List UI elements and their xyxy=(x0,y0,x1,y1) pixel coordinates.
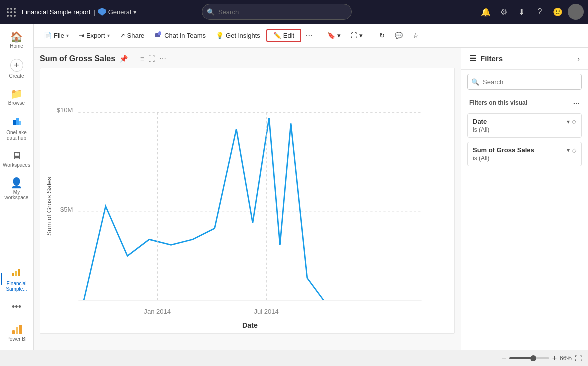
search-input[interactable] xyxy=(202,4,352,20)
search-bar-container: 🔍 xyxy=(202,4,352,20)
svg-rect-4 xyxy=(16,271,18,276)
filters-header: ☰ Filters › xyxy=(462,48,588,70)
zoom-plus-button[interactable]: + xyxy=(552,354,557,363)
edit-icon: ✏️ xyxy=(274,32,282,40)
workspace-name: General xyxy=(108,8,132,16)
main-area: 🏠 Home + Create 📁 Browse OneLake data hu… xyxy=(0,24,588,350)
zoom-slider-thumb[interactable] xyxy=(530,356,536,362)
file-icon: 📄 xyxy=(44,32,52,40)
search-topbar-icon: 🔍 xyxy=(207,8,215,16)
filter-gross-chevron[interactable]: ▾ xyxy=(567,147,570,154)
comment-icon: 💬 xyxy=(395,32,403,40)
filter-date-clear[interactable]: ◇ xyxy=(572,118,576,126)
powerbi-label: Power BI xyxy=(6,336,27,342)
edit-button[interactable]: ✏️ Edit xyxy=(266,29,302,42)
favorite-button[interactable]: ☆ xyxy=(409,30,423,42)
avatar[interactable] xyxy=(568,4,584,20)
zoom-value: 66% xyxy=(560,355,572,362)
filter-card-gross-sales: Sum of Gross Sales ▾ ◇ is (All) xyxy=(468,142,582,166)
filter-gross-actions: ▾ ◇ xyxy=(567,147,576,154)
workspace-badge[interactable]: General ▾ xyxy=(98,8,137,16)
filters-title-text: Filters xyxy=(480,54,503,63)
comment-button[interactable]: 💬 xyxy=(391,30,407,42)
filter-date-actions: ▾ ◇ xyxy=(567,118,576,126)
visual-more-icon[interactable]: ⋯ xyxy=(158,54,168,64)
filters-expand-button[interactable]: › xyxy=(578,55,580,63)
chart-panel: Sum of Gross Sales 📌 □ ≡ ⛶ ⋯ $10M $5M xyxy=(34,48,588,350)
sidebar-item-create[interactable]: + Create xyxy=(3,55,31,83)
visual-format-icon[interactable]: ≡ xyxy=(140,54,146,64)
file-button[interactable]: 📄 File ▾ xyxy=(40,30,73,42)
filters-search-input[interactable] xyxy=(468,74,582,90)
svg-rect-0 xyxy=(14,120,16,125)
insights-label: Get insights xyxy=(226,32,260,40)
refresh-button[interactable]: ↻ xyxy=(376,30,389,42)
visual-filter-icon[interactable]: ⛶ xyxy=(148,54,156,64)
toolbar-divider-1 xyxy=(319,30,320,42)
myworkspace-icon: 👤 xyxy=(10,178,23,188)
sidebar-item-workspaces[interactable]: 🖥 Workspaces xyxy=(3,147,31,172)
shield-icon xyxy=(98,8,106,16)
workspaces-icon: 🖥 xyxy=(12,151,22,161)
filter-date-chevron[interactable]: ▾ xyxy=(567,118,570,126)
filter-gross-clear[interactable]: ◇ xyxy=(572,147,576,154)
svg-rect-6 xyxy=(12,330,15,334)
home-icon: 🏠 xyxy=(10,32,23,42)
sidebar-more-button[interactable]: ••• xyxy=(8,298,26,316)
filters-title-group: ☰ Filters xyxy=(470,54,503,64)
share-button[interactable]: ↗ Share xyxy=(116,30,149,42)
view-chevron: ▾ xyxy=(360,32,363,40)
help-button[interactable]: ? xyxy=(532,4,548,20)
bookmark-icon: 🔖 xyxy=(328,32,336,40)
get-insights-button[interactable]: 💡 Get insights xyxy=(212,30,264,42)
filters-panel: ☰ Filters › 🔍 Filters on this visual ···… xyxy=(461,48,588,350)
export-icon: ⇥ xyxy=(79,32,84,40)
sidebar-item-home[interactable]: 🏠 Home xyxy=(3,28,31,53)
bottom-bar: − + 66% ⛶ xyxy=(0,350,588,366)
filters-section-more[interactable]: ··· xyxy=(574,100,580,108)
toolbar-more-button[interactable]: ··· xyxy=(304,28,315,43)
share-label: Share xyxy=(128,32,145,40)
visual-options-icon[interactable]: □ xyxy=(131,54,137,64)
export-button[interactable]: ⇥ Export ▾ xyxy=(75,30,114,42)
chat-in-teams-button[interactable]: Chat in Teams xyxy=(150,29,210,42)
refresh-icon: ↻ xyxy=(380,32,385,40)
svg-text:Jan 2014: Jan 2014 xyxy=(144,308,171,316)
report-title: Financial Sample report xyxy=(22,8,90,16)
svg-rect-2 xyxy=(20,121,21,125)
sidebar-item-myworkspace[interactable]: 👤 My workspace xyxy=(3,174,31,204)
feedback-button[interactable]: 🙂 xyxy=(550,4,566,20)
notification-button[interactable]: 🔔 xyxy=(478,4,494,20)
filter-card-date: Date ▾ ◇ is (All) xyxy=(468,114,582,138)
chart-title-icons: 📌 □ ≡ ⛶ ⋯ xyxy=(118,54,168,64)
svg-text:$10M: $10M xyxy=(57,106,74,114)
filter-gross-value: is (All) xyxy=(473,155,576,162)
download-button[interactable]: ⬇ xyxy=(514,4,530,20)
chart-title: Sum of Gross Sales xyxy=(40,54,116,64)
sidebar-item-financial[interactable]: Financial Sample... xyxy=(3,262,31,296)
filters-section-title: Filters on this visual ··· xyxy=(462,94,588,112)
apps-grid-button[interactable] xyxy=(4,5,18,19)
sidebar-item-browse[interactable]: 📁 Browse xyxy=(3,85,31,110)
chart-title-row: Sum of Gross Sales 📌 □ ≡ ⛶ ⋯ xyxy=(40,54,455,64)
toolbar-divider-2 xyxy=(371,30,372,42)
sidebar-item-onelake[interactable]: OneLake data hub xyxy=(3,112,31,145)
edit-label: Edit xyxy=(284,32,294,40)
view-button[interactable]: ⛶ ▾ xyxy=(347,30,367,42)
fit-page-button[interactable]: ⛶ xyxy=(575,354,582,362)
export-label: Export xyxy=(86,32,106,40)
zoom-minus-button[interactable]: − xyxy=(502,354,506,363)
chart-container: $10M $5M Jan 2014 Jul 2014 Date Sum of G… xyxy=(40,68,455,334)
onelake-icon xyxy=(12,116,22,128)
teams-icon xyxy=(154,31,162,40)
top-bar: Financial Sample report | General ▾ 🔍 🔔 … xyxy=(0,0,588,24)
svg-rect-7 xyxy=(16,328,18,334)
pin-icon[interactable]: 📌 xyxy=(118,54,129,64)
chart-main: Sum of Gross Sales 📌 □ ≡ ⛶ ⋯ $10M $5M xyxy=(34,48,461,350)
zoom-slider[interactable] xyxy=(510,358,550,360)
settings-button[interactable]: ⚙ xyxy=(496,4,512,20)
svg-rect-1 xyxy=(16,118,19,125)
bookmark-button[interactable]: 🔖 ▾ xyxy=(324,30,345,42)
workspace-chevron: ▾ xyxy=(134,8,137,16)
svg-text:Jul 2014: Jul 2014 xyxy=(254,308,278,316)
